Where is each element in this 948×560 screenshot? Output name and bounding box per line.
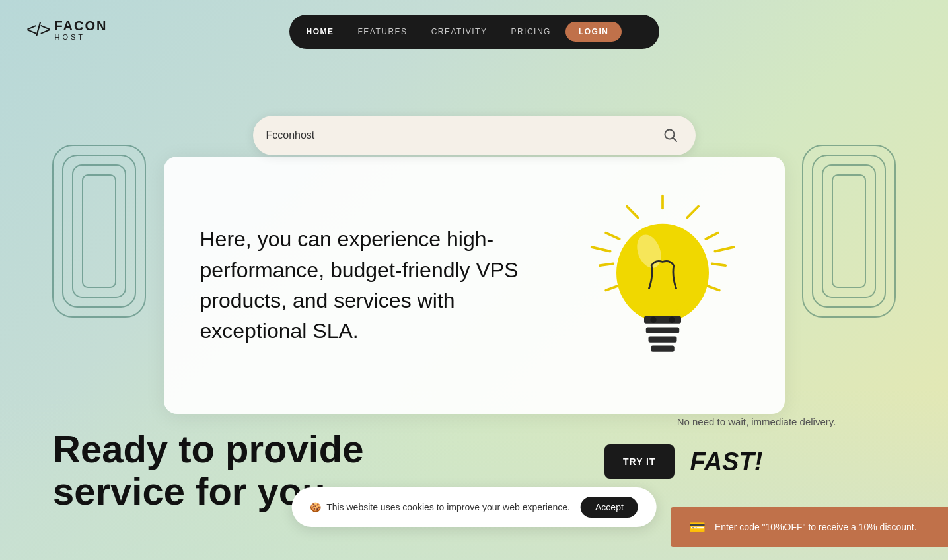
circuit-decoration-right (789, 132, 908, 330)
svg-line-19 (706, 285, 719, 290)
discount-banner: 💳 Enter code "10%OFF" to receive a 10% d… (671, 507, 948, 547)
cookie-banner: 🍪 This website uses cookies to improve y… (291, 487, 657, 527)
search-container (253, 116, 696, 155)
hero-text: Here, you can experience high-performanc… (200, 224, 550, 347)
try-it-button[interactable]: TRY IT (604, 444, 675, 479)
svg-rect-7 (832, 175, 865, 287)
fast-label: FAST! (690, 448, 763, 476)
nav-home[interactable]: HOME (295, 15, 346, 49)
discount-text: Enter code "10%OFF" to receive a 10% dis… (715, 522, 917, 532)
delivery-text: No need to wait, immediate delivery. (604, 415, 908, 429)
logo-bracket: </> (26, 19, 49, 40)
search-bar (253, 116, 696, 155)
svg-line-15 (606, 233, 620, 239)
cookie-icon: 🍪 (310, 502, 321, 512)
svg-point-27 (650, 317, 656, 323)
svg-line-16 (599, 263, 613, 265)
svg-line-17 (715, 247, 733, 252)
login-button[interactable]: LOGIN (565, 22, 622, 42)
svg-point-28 (669, 317, 675, 323)
svg-rect-25 (648, 336, 676, 342)
cookie-text: 🍪 This website uses cookies to improve y… (310, 502, 570, 512)
logo-host: HOST (54, 33, 107, 41)
svg-rect-6 (822, 165, 875, 297)
discount-icon: 💳 (689, 519, 706, 535)
heading-line1: Ready to provide (53, 427, 364, 470)
cookie-accept-button[interactable]: Accept (581, 497, 638, 518)
svg-rect-2 (73, 165, 126, 297)
navbar: HOME FEATURES CREATIVITY PRICING LOGIN (289, 15, 659, 49)
svg-line-20 (606, 285, 620, 290)
search-icon[interactable] (659, 123, 682, 147)
svg-line-18 (591, 247, 610, 252)
search-input[interactable] (266, 129, 659, 141)
circuit-decoration-left (40, 132, 159, 330)
svg-line-13 (711, 263, 725, 265)
svg-line-14 (626, 207, 638, 218)
svg-rect-0 (53, 145, 145, 317)
svg-line-9 (673, 138, 676, 142)
try-it-row: TRY IT FAST! (604, 444, 908, 479)
svg-rect-24 (645, 327, 678, 333)
svg-line-12 (706, 233, 718, 239)
svg-rect-3 (83, 175, 116, 287)
svg-rect-4 (803, 145, 895, 317)
nav-pricing[interactable]: PRICING (499, 15, 563, 49)
bulb-illustration (577, 193, 748, 378)
cookie-message: This website uses cookies to improve you… (326, 502, 570, 512)
hero-card: Here, you can experience high-performanc… (164, 157, 785, 414)
bottom-left: Ready to provide service for you. (0, 388, 565, 560)
logo-facon: FACON (54, 18, 107, 33)
nav-features[interactable]: FEATURES (346, 15, 419, 49)
svg-rect-1 (63, 155, 135, 307)
logo[interactable]: </> FACON HOST (26, 18, 107, 41)
svg-rect-26 (651, 345, 674, 351)
svg-rect-5 (813, 155, 885, 307)
logo-text: FACON HOST (54, 18, 107, 41)
nav-creativity[interactable]: CREATIVITY (419, 15, 499, 49)
svg-line-11 (687, 207, 698, 218)
svg-rect-23 (644, 316, 681, 324)
